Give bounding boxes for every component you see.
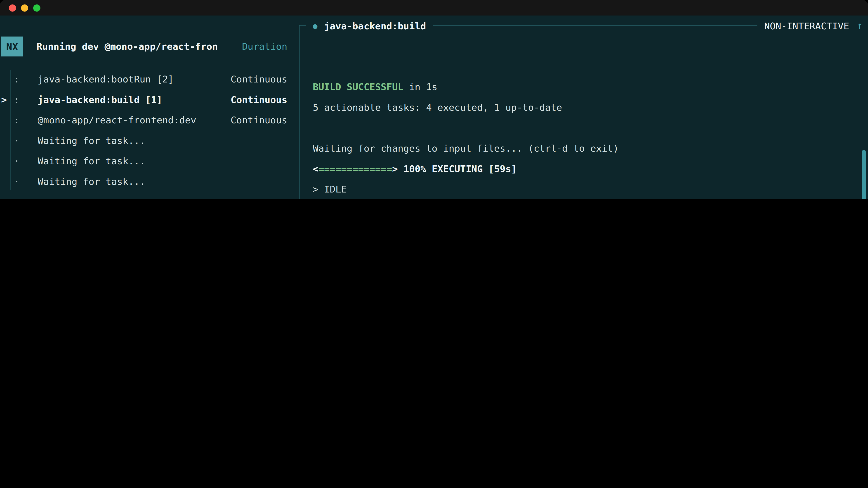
waiting-line: Waiting for changes to input files... (c…	[313, 138, 851, 159]
running-marker-icon: :	[9, 94, 24, 105]
tasks-summary-line: 5 actionable tasks: 4 executed, 1 up-to-…	[313, 97, 851, 118]
sidebar-title: Running dev @mono-app/react-fron	[37, 41, 242, 52]
task-row-waiting[interactable]: · Waiting for task...	[0, 130, 299, 151]
nx-logo: NX	[1, 37, 23, 57]
output-panels: ● java-backend:build NON-INTERACTIVE BUI…	[299, 15, 868, 199]
terminal-window: NX Running dev @mono-app/react-fron Dura…	[0, 0, 868, 199]
build-terminal-output: BUILD SUCCESSFUL in 1s 5 actionable task…	[299, 36, 851, 199]
task-row-waiting[interactable]: · Waiting for task...	[0, 171, 299, 192]
task-label: Waiting for task...	[38, 135, 287, 146]
app-body: NX Running dev @mono-app/react-fron Dura…	[0, 15, 868, 199]
panel-title: java-backend:build	[324, 20, 426, 31]
build-success-line: BUILD SUCCESSFUL in 1s	[313, 77, 851, 97]
task-label: Waiting for task...	[38, 176, 287, 187]
build-section: ● java-backend:build NON-INTERACTIVE BUI…	[299, 15, 868, 199]
task-sidebar: NX Running dev @mono-app/react-fron Dura…	[0, 15, 299, 199]
waiting-marker-icon: ·	[9, 135, 24, 146]
traffic-close-button[interactable]	[9, 4, 16, 11]
border-segment	[299, 26, 306, 26]
task-label: Waiting for task...	[38, 155, 287, 166]
task-row-waiting[interactable]: · Waiting for task...	[0, 151, 299, 171]
titlebar	[0, 0, 868, 15]
task-label: java-backend:bootRun [2]	[38, 73, 231, 84]
sidebar-header: NX Running dev @mono-app/react-fron Dura…	[1, 37, 287, 57]
build-scrollbar: ↑ ↓	[851, 15, 868, 199]
waiting-marker-icon: ·	[9, 155, 24, 166]
terminal-line	[313, 118, 851, 138]
task-status: Continuous	[230, 94, 287, 105]
duration-column-header: Duration	[242, 41, 287, 52]
task-row[interactable]: : @mono-app/react-frontend:dev Continuou…	[0, 109, 299, 130]
task-label: java-backend:build [1]	[38, 94, 231, 105]
running-task-list: : java-backend:bootRun [2] Continuous > …	[0, 69, 299, 192]
noninteractive-badge: NON-INTERACTIVE	[764, 20, 849, 31]
waiting-marker-icon: ·	[9, 176, 24, 187]
running-marker-icon: :	[9, 73, 24, 84]
running-marker-icon: :	[9, 114, 24, 125]
idle-line: > IDLE	[313, 179, 851, 199]
terminal-line	[313, 36, 851, 57]
task-row-selected[interactable]: > : java-backend:build [1] Continuous	[0, 89, 299, 109]
selection-caret: >	[0, 94, 9, 105]
panel-border	[299, 26, 299, 199]
terminal-line	[313, 57, 851, 77]
task-row[interactable]: : java-backend:bootRun [2] Continuous	[0, 69, 299, 89]
scrollbar-track[interactable]	[851, 36, 868, 199]
traffic-minimize-button[interactable]	[21, 4, 28, 11]
task-status: Continuous	[230, 114, 287, 125]
scroll-up-icon[interactable]: ↑	[857, 15, 863, 36]
traffic-zoom-button[interactable]	[33, 4, 40, 11]
border-line	[433, 26, 757, 26]
task-label: @mono-app/react-frontend:dev	[38, 114, 231, 125]
scrollbar-thumb[interactable]	[862, 150, 866, 199]
build-panel: ● java-backend:build NON-INTERACTIVE BUI…	[299, 15, 851, 199]
task-bullet-icon: ●	[313, 21, 318, 30]
progress-bar: <=============> 100% EXECUTING [59s]	[313, 159, 851, 180]
task-status: Continuous	[230, 73, 287, 84]
build-panel-header: ● java-backend:build NON-INTERACTIVE	[299, 15, 851, 36]
